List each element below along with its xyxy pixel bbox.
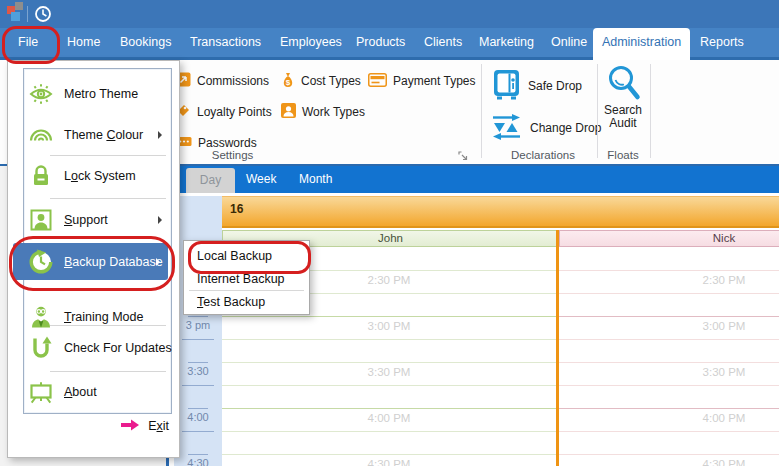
calendar-slot-john[interactable]: 3:00 PM <box>222 317 556 340</box>
change-drop-icon <box>491 113 522 144</box>
menu-item-lock-system[interactable]: Lock System <box>20 162 170 190</box>
payment-types-icon <box>368 73 387 90</box>
menu-separator <box>50 198 166 199</box>
calendar-slot-john[interactable]: 3:30 PM <box>222 363 556 386</box>
time-gutter-cell: 3:30 <box>174 363 222 386</box>
menu-item-about[interactable]: About <box>20 378 170 406</box>
ribbon-tab-strip: File Home Bookings Transactions Employee… <box>0 28 779 60</box>
calendar-slot-nick[interactable] <box>559 294 779 317</box>
clock-icon[interactable] <box>33 4 53 27</box>
calendar-slot-nick[interactable]: 2:30 PM <box>559 271 779 294</box>
time-gutter-cell: 3 pm <box>174 317 222 340</box>
exit-arrow-icon <box>120 418 140 435</box>
change-drop-button[interactable]: Change Drop <box>491 113 601 143</box>
tab-products[interactable]: Products <box>356 28 405 57</box>
time-gutter-cell: 4:00 <box>174 409 222 432</box>
calendar-slot-nick[interactable] <box>559 248 779 271</box>
training-icon <box>28 304 54 330</box>
view-tab-week[interactable]: Week <box>246 166 276 193</box>
menu-item-backup-database[interactable]: Backup Database <box>13 243 168 280</box>
menu-item-exit[interactable]: Exit <box>120 415 169 437</box>
calendar-slot-john[interactable]: 4:30 PM <box>222 455 556 466</box>
metro-theme-icon <box>28 81 54 107</box>
tab-online[interactable]: Online <box>551 28 587 57</box>
settings-group-label: Settings <box>170 149 295 163</box>
app-logo-icon <box>5 2 29 26</box>
calendar-slot-john[interactable] <box>222 432 556 455</box>
tab-marketing[interactable]: Marketing <box>479 28 534 57</box>
cost-types-button[interactable]: $ Cost Types <box>281 72 361 90</box>
tab-bookings[interactable]: Bookings <box>120 28 171 57</box>
menu-item-check-for-updates[interactable]: Check For Updates <box>20 334 170 362</box>
file-menu: Metro Theme Theme Colour Lock System Sup… <box>7 60 180 458</box>
menu-item-theme-colour[interactable]: Theme Colour <box>20 121 170 149</box>
search-audit-icon <box>606 64 642 105</box>
work-types-icon <box>281 103 296 121</box>
tab-transactions[interactable]: Transactions <box>190 28 261 57</box>
submenu-arrow-icon <box>158 216 162 224</box>
view-tab-day[interactable]: Day <box>186 168 235 193</box>
submenu-item-local-backup[interactable]: Local Backup <box>184 246 309 266</box>
loyalty-points-button[interactable]: Loyalty Points <box>176 103 272 121</box>
payment-types-button[interactable]: Payment Types <box>368 72 476 90</box>
titlebar-separator <box>27 6 28 22</box>
menu-item-training-mode[interactable]: Training Mode <box>20 303 170 331</box>
calendar-slot-nick[interactable]: 4:00 PM <box>559 409 779 432</box>
time-gutter-cell: 4:30 <box>174 455 222 466</box>
tab-clients[interactable]: Clients <box>424 28 462 57</box>
safe-drop-icon <box>493 69 520 103</box>
commissions-button[interactable]: Commissions <box>176 72 269 90</box>
work-types-button[interactable]: Work Types <box>281 103 365 121</box>
date-header: 16 <box>222 196 779 228</box>
calendar-slot-john[interactable] <box>222 386 556 409</box>
backup-icon <box>28 249 54 275</box>
safe-drop-button[interactable]: Safe Drop <box>493 70 582 102</box>
menu-item-metro-theme[interactable]: Metro Theme <box>20 80 170 108</box>
menu-separator <box>50 371 166 372</box>
file-menu-frame <box>23 68 172 414</box>
time-gutter-cell <box>174 386 222 409</box>
time-gutter-cell <box>174 340 222 363</box>
support-icon <box>28 207 54 233</box>
updates-icon <box>28 335 54 361</box>
title-bar <box>0 0 779 28</box>
calendar-slot-nick[interactable] <box>559 432 779 455</box>
resource-divider <box>556 230 559 466</box>
calendar-slot-john[interactable]: 4:00 PM <box>222 409 556 432</box>
calendar-slot-nick[interactable]: 3:00 PM <box>559 317 779 340</box>
tab-administration[interactable]: Administration <box>593 28 690 60</box>
menu-separator <box>50 325 166 326</box>
tab-employees[interactable]: Employees <box>280 28 342 57</box>
submenu-arrow-icon <box>158 131 162 139</box>
search-audit-button[interactable]: Search Audit <box>596 64 650 130</box>
submenu-arrow-icon <box>156 258 160 266</box>
dialog-launcher-icon[interactable] <box>458 150 470 162</box>
calendar-panel: Day Week Month 16 John Nick 2:30 PM2:30 … <box>166 166 779 466</box>
group-separator <box>481 64 482 158</box>
menu-item-support[interactable]: Support <box>20 206 170 234</box>
view-tab-month[interactable]: Month <box>299 166 332 193</box>
cost-types-icon: $ <box>281 72 295 91</box>
calendar-slot-nick[interactable] <box>559 386 779 409</box>
theme-colour-icon <box>28 122 54 148</box>
tab-file[interactable]: File <box>18 28 38 57</box>
menu-separator <box>50 155 166 156</box>
tab-home[interactable]: Home <box>67 28 100 57</box>
floats-group-label: Floats <box>598 149 648 163</box>
backup-submenu: Local Backup Internet Backup Test Backup <box>183 240 310 315</box>
lock-icon <box>28 163 54 189</box>
calendar-slot-nick[interactable] <box>559 340 779 363</box>
resource-header-nick[interactable]: Nick <box>559 230 779 247</box>
calendar-slot-nick[interactable]: 4:30 PM <box>559 455 779 466</box>
tab-reports[interactable]: Reports <box>700 28 744 57</box>
app-window: File Home Bookings Transactions Employee… <box>0 0 779 466</box>
submenu-item-internet-backup[interactable]: Internet Backup <box>184 269 309 289</box>
declarations-group-label: Declarations <box>480 149 606 163</box>
group-separator <box>650 64 651 158</box>
submenu-separator <box>189 290 304 291</box>
calendar-slot-john[interactable] <box>222 340 556 363</box>
calendar-slot-nick[interactable]: 3:30 PM <box>559 363 779 386</box>
submenu-item-test-backup[interactable]: Test Backup <box>184 292 309 312</box>
calendar-view-bar: Day Week Month <box>169 166 779 193</box>
date-label: 16 <box>230 202 243 216</box>
